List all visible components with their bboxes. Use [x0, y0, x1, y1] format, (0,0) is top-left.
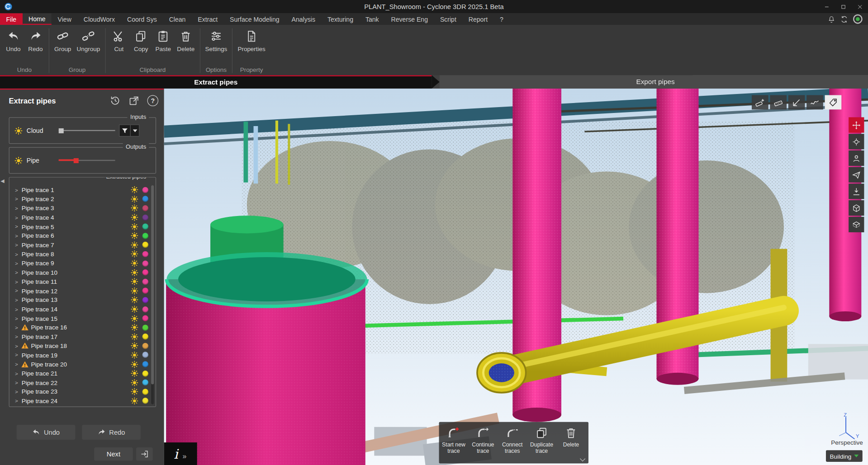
- visibility-sun-icon[interactable]: [131, 379, 138, 386]
- pipe-color-swatch[interactable]: [142, 233, 148, 239]
- duplicate-trace-button[interactable]: Duplicate trace: [527, 425, 556, 455]
- panel-undo-button[interactable]: Undo: [17, 425, 76, 440]
- pipe-color-swatch[interactable]: [142, 371, 148, 376]
- pipe-color-swatch[interactable]: [142, 196, 148, 202]
- expand-chevron-icon[interactable]: >: [15, 214, 21, 220]
- visibility-sun-icon[interactable]: [131, 397, 138, 405]
- menu-item[interactable]: Surface Modeling: [224, 13, 285, 25]
- expand-chevron-icon[interactable]: >: [15, 187, 21, 193]
- visibility-sun-icon[interactable]: [131, 186, 138, 194]
- undo-button[interactable]: Undo: [3, 28, 24, 53]
- expand-chevron-icon[interactable]: >: [15, 389, 21, 395]
- menu-item[interactable]: Coord Sys: [121, 13, 163, 25]
- expand-chevron-icon[interactable]: >: [15, 398, 21, 404]
- close-button[interactable]: [851, 0, 868, 13]
- list-scrollbar[interactable]: [151, 185, 154, 404]
- menu-item[interactable]: Tank: [359, 13, 385, 25]
- menu-item[interactable]: Clean: [163, 13, 192, 25]
- point-cloud-scene[interactable]: [164, 89, 868, 465]
- menu-item[interactable]: Extract: [192, 13, 224, 25]
- visibility-sun-icon[interactable]: [14, 127, 23, 135]
- expand-chevron-icon[interactable]: >: [15, 333, 21, 339]
- menu-item[interactable]: Reverse Eng: [385, 13, 434, 25]
- redo-button[interactable]: Redo: [25, 28, 46, 53]
- visibility-sun-icon[interactable]: [131, 204, 138, 212]
- panel-redo-button[interactable]: Redo: [82, 425, 141, 440]
- pipe-color-swatch[interactable]: [142, 315, 148, 321]
- expand-chevron-icon[interactable]: >: [15, 352, 21, 358]
- pan-mode-button[interactable]: [849, 117, 864, 132]
- history-reset-icon[interactable]: [109, 95, 120, 106]
- pipe-trace-row[interactable]: > Pipe trace 15: [9, 314, 156, 323]
- scrollbar-thumb[interactable]: [151, 185, 154, 385]
- pipe-trace-row[interactable]: > Pipe trace 20: [9, 360, 156, 369]
- pipe-color-swatch[interactable]: [142, 214, 148, 220]
- pipe-color-swatch[interactable]: [142, 343, 148, 349]
- expand-chevron-icon[interactable]: >: [15, 315, 21, 321]
- pipe-trace-row[interactable]: > Pipe trace 10: [9, 268, 156, 277]
- pipe-trace-row[interactable]: > Pipe trace 8: [9, 249, 156, 258]
- menu-item[interactable]: Analysis: [285, 13, 321, 25]
- pipe-trace-row[interactable]: > Pipe trace 16: [9, 323, 156, 332]
- visibility-sun-icon[interactable]: [131, 268, 138, 276]
- visibility-sun-icon[interactable]: [14, 156, 23, 164]
- visibility-sun-icon[interactable]: [131, 278, 138, 286]
- pipe-color-swatch[interactable]: [142, 260, 148, 266]
- visibility-sun-icon[interactable]: [131, 305, 138, 313]
- settings-button[interactable]: Settings: [203, 28, 229, 53]
- start-new-trace-button[interactable]: Start new trace: [439, 425, 469, 455]
- pipe-trace-row[interactable]: > Pipe trace 22: [9, 378, 156, 387]
- expand-chevron-icon[interactable]: >: [15, 251, 21, 257]
- visibility-sun-icon[interactable]: [131, 360, 138, 368]
- expand-chevron-icon[interactable]: >: [15, 278, 21, 284]
- help-icon[interactable]: ?: [147, 95, 158, 106]
- finish-export-button[interactable]: [136, 447, 153, 460]
- info-box[interactable]: i »: [164, 442, 197, 465]
- pipe-trace-row[interactable]: > Pipe trace 13: [9, 296, 156, 305]
- pipe-color-swatch[interactable]: [142, 297, 148, 303]
- pipe-trace-row[interactable]: > Pipe trace 4: [9, 213, 156, 222]
- standard-views-button[interactable]: [849, 200, 864, 216]
- info-expand-icon[interactable]: »: [182, 452, 186, 460]
- cut-button[interactable]: Cut: [109, 28, 130, 53]
- pipe-color-swatch[interactable]: [142, 242, 148, 248]
- workflow-step-extract-pipes[interactable]: Extract pipes: [0, 75, 432, 88]
- pipe-trace-row[interactable]: > Pipe trace 14: [9, 305, 156, 314]
- visibility-sun-icon[interactable]: [131, 287, 138, 295]
- sync-icon[interactable]: [840, 15, 848, 23]
- menu-item[interactable]: CloudWorx: [77, 13, 121, 25]
- visibility-sun-icon[interactable]: [131, 333, 138, 341]
- pipe-trace-row[interactable]: > Pipe trace 7: [9, 240, 156, 249]
- expand-chevron-icon[interactable]: >: [15, 260, 21, 266]
- notifications-bell-icon[interactable]: [828, 15, 835, 23]
- pipe-opacity-slider[interactable]: [59, 157, 115, 164]
- measure-angle-button[interactable]: [788, 95, 805, 110]
- visibility-sun-icon[interactable]: [131, 351, 138, 359]
- visibility-sun-icon[interactable]: [131, 315, 138, 322]
- copy-button[interactable]: Copy: [131, 28, 152, 53]
- pipe-color-swatch[interactable]: [142, 361, 148, 367]
- pipe-color-swatch[interactable]: [142, 288, 148, 294]
- visibility-sun-icon[interactable]: [131, 259, 138, 267]
- minimize-button[interactable]: [818, 0, 835, 13]
- expand-chevron-icon[interactable]: >: [15, 371, 21, 376]
- pipe-trace-row[interactable]: > Pipe trace 18: [9, 341, 156, 350]
- pipe-trace-row[interactable]: > Pipe trace 9: [9, 258, 156, 268]
- popout-panel-icon[interactable]: [128, 95, 139, 106]
- connect-traces-button[interactable]: Connect traces: [498, 425, 527, 455]
- zoom-target-button[interactable]: [849, 134, 864, 149]
- drop-to-ground-button[interactable]: [849, 183, 864, 199]
- menu-item[interactable]: File: [0, 13, 23, 25]
- group-button[interactable]: Group: [52, 28, 73, 53]
- visibility-sun-icon[interactable]: [131, 250, 138, 258]
- fly-mode-button[interactable]: [849, 167, 864, 183]
- pipe-trace-row[interactable]: > Pipe trace 24: [9, 396, 156, 405]
- paste-button[interactable]: Paste: [153, 28, 174, 53]
- pipe-trace-row[interactable]: > Pipe trace 3: [9, 204, 156, 213]
- visibility-sun-icon[interactable]: [131, 214, 138, 221]
- expand-chevron-icon[interactable]: >: [15, 343, 21, 349]
- pipe-color-swatch[interactable]: [142, 224, 148, 230]
- expand-chevron-icon[interactable]: >: [15, 196, 21, 202]
- next-button[interactable]: Next: [94, 447, 133, 460]
- cloud-filter-button[interactable]: [119, 124, 139, 136]
